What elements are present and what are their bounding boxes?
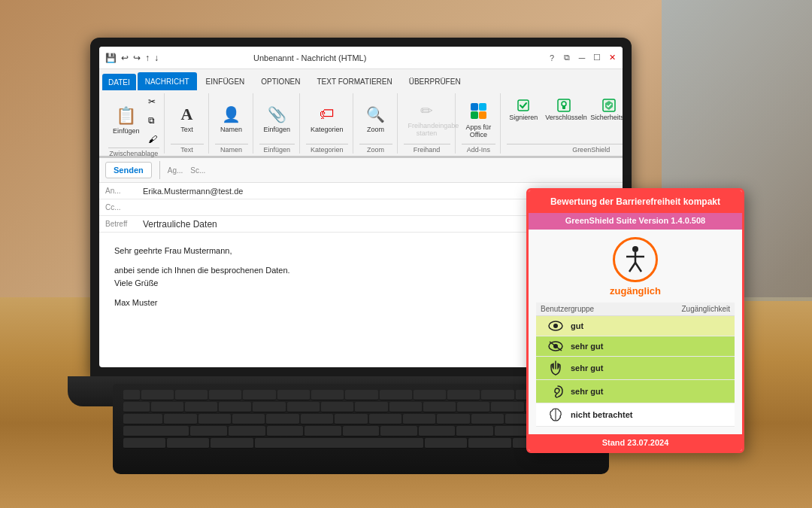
- apps-office-label: Apps fürOffice: [466, 124, 492, 139]
- to-value[interactable]: Erika.Mustermann@test.de: [143, 187, 243, 196]
- verschluesseln-button[interactable]: Verschlüsseln: [543, 96, 585, 123]
- group-label-addins: Add-Ins: [462, 144, 496, 154]
- format-painter-button[interactable]: 🖌: [146, 133, 159, 145]
- svg-rect-7: [562, 105, 565, 109]
- signieren-label: Signieren: [509, 114, 538, 122]
- paste-label: Einfügen: [113, 128, 140, 135]
- signieren-icon: [516, 98, 531, 113]
- group-text: A Text Text: [166, 93, 209, 154]
- svg-rect-2: [471, 111, 478, 119]
- cut-icon: ✂: [148, 96, 156, 107]
- tab-nachricht[interactable]: NACHRICHT: [138, 72, 197, 90]
- quick-access-up[interactable]: ↑: [145, 53, 150, 63]
- titlebar-controls: ? ⧉ ─ ☐ ✕: [547, 53, 617, 62]
- gs-row-2: sehr gut: [536, 336, 735, 357]
- group-label-greenshield: GreenShield: [507, 144, 623, 154]
- kategorien-button[interactable]: 🏷 Kategorien: [306, 93, 348, 144]
- group-kategorien: 🏷 Kategorien Kategorien: [301, 93, 353, 154]
- zoom-button[interactable]: 🔍 Zoom: [359, 93, 392, 144]
- paste-icon: 📋: [116, 105, 137, 126]
- gs-col1-header: Benutzergruppe: [541, 305, 635, 313]
- svg-rect-1: [479, 103, 486, 111]
- gs-body: zugänglich Benutzergruppe Zugänglichkeit…: [529, 230, 742, 434]
- gs-status-text: zugänglich: [610, 285, 661, 297]
- sicherheitseinstellungen-label: Sicherheitseinstellungen: [590, 114, 623, 122]
- group-label-text: Text: [171, 144, 204, 154]
- ribbon: 📋 Einfügen ✂ ⧉ 🖌: [99, 90, 623, 157]
- tab-ueberpruefen[interactable]: ÜBERPRÜFEN: [401, 72, 468, 90]
- namen-button[interactable]: 👤 Namen: [215, 93, 248, 144]
- namen-icon: 👤: [221, 104, 242, 125]
- person-accessibility-svg: [619, 243, 652, 276]
- group-namen: 👤 Namen Namen: [211, 93, 253, 154]
- titlebar: 💾 ↩ ↪ ↑ ↓ Unbenannt - Nachricht (HTML) ?…: [99, 47, 623, 69]
- restore-button[interactable]: ⧉: [562, 53, 571, 62]
- format-painter-icon: 🖌: [148, 134, 157, 144]
- subject-value[interactable]: Vertrauliche Daten: [143, 219, 217, 230]
- sicherheitseinstellungen-icon: [601, 98, 617, 113]
- paste-button[interactable]: 📋 Einfügen: [108, 93, 144, 148]
- verschluesseln-icon: [556, 98, 571, 113]
- einfuegen-label: Einfügen: [264, 126, 291, 134]
- gs-version-text: GreenShield Suite Version 1.4.0.508: [538, 216, 733, 225]
- minimize-button[interactable]: ─: [577, 53, 586, 62]
- greenshield-items: Signieren Verschlüsseln: [507, 93, 623, 144]
- tab-optionen[interactable]: OPTIONEN: [253, 72, 308, 90]
- toolbar-sep: [159, 161, 160, 179]
- gs-row-3: sehr gut: [536, 357, 735, 380]
- to-label: An...: [105, 187, 143, 195]
- sicherheitseinstellungen-button[interactable]: Sicherheitseinstellungen: [588, 96, 623, 123]
- svg-line-12: [629, 263, 635, 272]
- help-button[interactable]: ?: [547, 53, 556, 62]
- cc-label: Sc...: [190, 166, 205, 175]
- einfuegen-button[interactable]: 📎 Einfügen: [259, 93, 295, 144]
- gs-subheader: GreenShield Suite Version 1.4.0.508: [529, 213, 742, 230]
- gs-row-4-icon: [541, 383, 571, 400]
- maximize-button[interactable]: ☐: [592, 53, 601, 62]
- greenshield-card: Bewertung der Barrierefreiheit kompakt G…: [526, 188, 744, 453]
- namen-label: Namen: [220, 126, 242, 134]
- gs-row-5: nicht betrachtet: [536, 403, 735, 427]
- cut-button[interactable]: ✂: [146, 96, 159, 108]
- gs-header-title: Bewertung der Barrierefreiheit kompakt: [538, 196, 733, 207]
- signieren-button[interactable]: Signieren: [507, 96, 540, 123]
- text-button[interactable]: A Text: [171, 93, 204, 144]
- gs-row-5-icon: [541, 406, 571, 423]
- text-icon: A: [177, 104, 198, 125]
- tab-text-formatieren[interactable]: TEXT FORMATIEREN: [310, 72, 400, 90]
- send-button[interactable]: Senden: [105, 162, 152, 178]
- quick-access-save[interactable]: 💾: [105, 53, 117, 63]
- group-zwischenablage: 📋 Einfügen ✂ ⧉ 🖌: [104, 93, 165, 154]
- copy-icon: ⧉: [148, 115, 155, 126]
- quick-access-down[interactable]: ↓: [154, 53, 159, 63]
- gs-row-2-value: sehr gut: [571, 342, 730, 351]
- compose-toolbar: Senden Ag... Sc...: [99, 158, 623, 183]
- group-freihand: ✏ Freihandeingabe starten Freihand: [399, 93, 456, 154]
- freihand-icon: ✏: [417, 100, 438, 121]
- freihand-button[interactable]: ✏ Freihandeingabe starten: [404, 93, 450, 144]
- gs-row-5-value: nicht betrachtet: [571, 410, 730, 419]
- quick-access-redo[interactable]: ↪: [133, 53, 141, 63]
- copy-button[interactable]: ⧉: [146, 114, 159, 126]
- gs-row-1-value: gut: [571, 321, 730, 330]
- group-items: 📋 Einfügen ✂ ⧉ 🖌: [108, 93, 159, 148]
- gs-table-header: Benutzergruppe Zugänglichkeit: [536, 303, 735, 316]
- close-button[interactable]: ✕: [607, 53, 617, 62]
- svg-line-13: [635, 263, 641, 272]
- tab-einfuegen[interactable]: EINFÜGEN: [198, 72, 253, 90]
- group-greenshield: Signieren Verschlüsseln: [502, 93, 623, 154]
- gs-row-4: sehr gut: [536, 380, 735, 403]
- hand-icon: [547, 360, 564, 376]
- group-label-namen: Namen: [215, 144, 248, 154]
- group-addins: Apps fürOffice Add-Ins: [457, 93, 501, 154]
- gs-row-1: gut: [536, 316, 735, 336]
- group-label-zwischenablage: Zwischenablage: [108, 148, 159, 157]
- apps-office-icon: [466, 99, 490, 123]
- einfuegen-icon: 📎: [266, 104, 287, 125]
- group-label-freihand: Freihand: [404, 144, 450, 154]
- quick-access-undo[interactable]: ↩: [121, 53, 129, 63]
- tab-datei[interactable]: DATEI: [102, 74, 136, 90]
- apps-office-button[interactable]: Apps fürOffice: [462, 93, 496, 144]
- gs-row-3-icon: [541, 360, 571, 376]
- kategorien-label: Kategorien: [311, 126, 344, 134]
